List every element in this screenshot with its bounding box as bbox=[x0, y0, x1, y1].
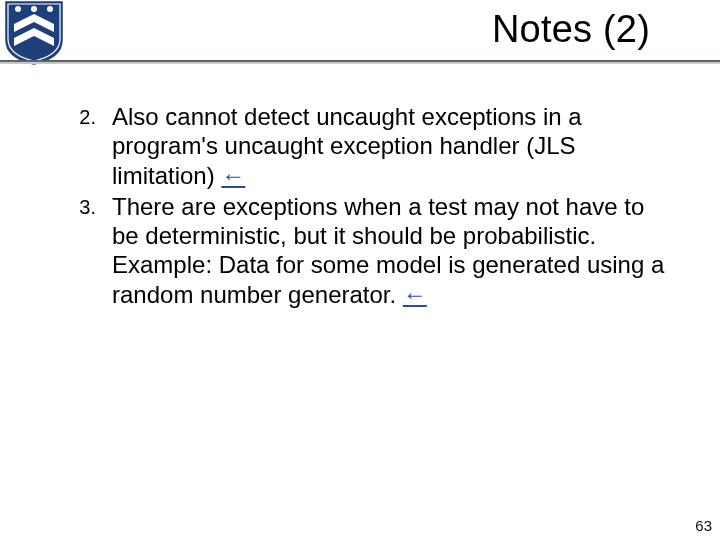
list-item: 2. Also cannot detect uncaught exception… bbox=[52, 102, 668, 190]
header-divider bbox=[0, 60, 720, 64]
list-item-text: There are exceptions when a test may not… bbox=[112, 192, 668, 309]
slide-title: Notes (2) bbox=[80, 8, 650, 51]
list-item-body: There are exceptions when a test may not… bbox=[112, 193, 664, 308]
back-link[interactable]: ← bbox=[403, 281, 427, 308]
slide-header: Notes (2) bbox=[0, 0, 720, 74]
list-item-body: Also cannot detect uncaught exceptions i… bbox=[112, 103, 582, 189]
rice-shield-logo bbox=[4, 0, 64, 66]
list-item-number: 3. bbox=[52, 192, 112, 309]
list-item-text: Also cannot detect uncaught exceptions i… bbox=[112, 102, 668, 190]
svg-point-2 bbox=[47, 6, 53, 12]
page-number: 63 bbox=[695, 517, 712, 534]
svg-point-1 bbox=[31, 6, 37, 12]
list-item-number: 2. bbox=[52, 102, 112, 190]
back-link[interactable]: ← bbox=[221, 162, 245, 189]
slide-content: 2. Also cannot detect uncaught exception… bbox=[0, 74, 720, 309]
svg-point-0 bbox=[15, 6, 21, 12]
list-item: 3. There are exceptions when a test may … bbox=[52, 192, 668, 309]
